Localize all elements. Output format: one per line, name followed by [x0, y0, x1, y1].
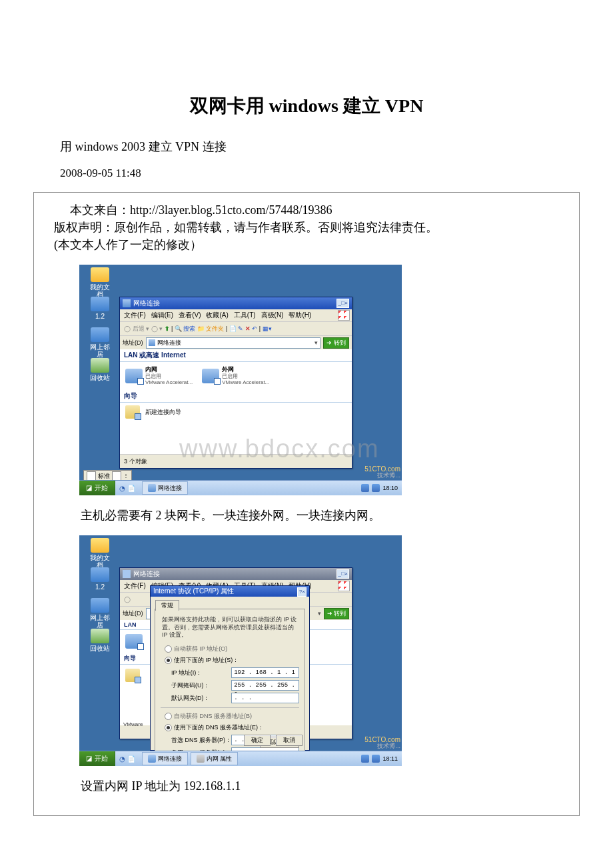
nic-icon: [125, 369, 143, 383]
tray-icon[interactable]: [372, 755, 380, 763]
new-connection-wizard[interactable]: 新建连接向导: [125, 405, 346, 419]
taskbar-item-network[interactable]: 网络连接: [142, 481, 188, 495]
properties-icon: [197, 755, 205, 763]
desktop-12-icon[interactable]: 1.2: [89, 297, 111, 320]
desktop-12-label: 1.2: [95, 313, 105, 320]
menu-favorites[interactable]: 收藏(A): [206, 309, 228, 321]
go-button[interactable]: ➜ 转到: [323, 337, 349, 349]
input-ip[interactable]: 192 . 168 . 1 . 1: [231, 667, 299, 678]
label-ip: IP 地址(I)：: [171, 669, 231, 677]
desktop-network-icon[interactable]: 网上邻居: [89, 598, 111, 629]
cancel-button[interactable]: 取消: [276, 735, 303, 746]
radio-auto-ip[interactable]: 自动获得 IP 地址(O): [165, 645, 295, 653]
menu-file[interactable]: 文件(F): [124, 309, 146, 321]
connection-internal[interactable]: 内网 已启用 VMware Accelerat...: [125, 366, 193, 386]
go-button[interactable]: ➜ 转到: [324, 608, 350, 619]
menu-file[interactable]: 文件(F): [124, 580, 146, 592]
tcpip-properties-dialog: Internet 协议 (TCP/IP) 属性 ? × 常规 如果网络支持此功能…: [150, 585, 310, 751]
forward-button[interactable]: ◯ ▾: [151, 325, 165, 332]
wizard-icon: [125, 669, 140, 682]
menu-view[interactable]: 查看(V): [179, 309, 201, 321]
radio-use-dns[interactable]: 使用下面的 DNS 服务器地址(E)：: [165, 723, 295, 732]
menu-tools[interactable]: 工具(T): [234, 309, 256, 321]
wizard-icon: [125, 405, 140, 419]
conn-external-device: VMware Accelerat...: [222, 379, 269, 386]
desktop-mydocs-icon[interactable]: 我的文档: [89, 538, 111, 569]
menu-edit[interactable]: 编辑(E): [151, 309, 173, 321]
tray-icon[interactable]: [361, 755, 369, 763]
address-label: 地址(D): [123, 336, 143, 349]
radio-auto-dns[interactable]: 自动获得 DNS 服务器地址(B): [165, 712, 295, 721]
taskbar-item-properties[interactable]: 内网 属性: [191, 752, 239, 765]
tray-icon[interactable]: [361, 484, 369, 492]
copyright-line: 版权声明：原创作品，如需转载，请与作者联系。否则将追究法律责任。: [54, 219, 559, 235]
desktop-mydocs-label: 我的文档: [90, 554, 110, 569]
clock[interactable]: 18:11: [382, 755, 398, 762]
connection-external[interactable]: 外网 已启用 VMware Accelerat...: [202, 366, 269, 386]
desktop-12-icon[interactable]: 1.2: [89, 567, 111, 591]
field-mask: 子网掩码(U)：255 . 255 . 255 . 0: [171, 680, 299, 691]
back-button[interactable]: ◯ 后退 ▾: [124, 325, 149, 332]
desktop-network-label: 网上邻居: [90, 614, 110, 629]
window-titlebar-inactive[interactable]: 网络连接 _ □ ×: [120, 568, 352, 580]
address-input[interactable]: 网络连接 ▾: [146, 337, 321, 349]
tray-icon[interactable]: [372, 484, 380, 492]
watermark-51cto-line2: 技术博...: [364, 473, 400, 479]
folders-button[interactable]: 📁 文件夹: [197, 325, 225, 332]
views-icon[interactable]: ▦▾: [263, 325, 272, 332]
network-icon: [149, 339, 155, 346]
windows-flag-icon: [338, 310, 350, 321]
taskbar-item-network[interactable]: 网络连接: [142, 752, 188, 765]
watermark-51cto: 51CTO.com 技术博...: [364, 736, 400, 750]
window-controls[interactable]: _ □ ×: [336, 299, 349, 308]
delete-icon[interactable]: ✕: [245, 325, 251, 332]
quicklaunch[interactable]: ◔ 📄: [115, 485, 139, 492]
source-prefix: 本文来自：: [70, 203, 130, 217]
ok-button[interactable]: 确定: [244, 735, 271, 746]
intro-line: 用 windows 2003 建立 VPN 连接: [60, 139, 580, 155]
desktop-mydocs-icon[interactable]: 我的文档: [89, 267, 111, 298]
search-button[interactable]: 🔍 搜索: [175, 325, 196, 332]
conn-external-name: 外网: [222, 366, 269, 373]
window-controls[interactable]: _ □ ×: [336, 569, 349, 579]
intro-windows2003: windows 2003: [75, 140, 149, 153]
watermark-bdocx: www.bdocx.com: [179, 435, 380, 463]
desktop-recyclebin-icon[interactable]: 回收站: [89, 629, 111, 652]
tool-icon[interactable]: ✎: [238, 325, 243, 332]
clock[interactable]: 18:10: [382, 485, 398, 491]
caption-two-nics: 主机必需要有 2 块网卡。一块连接外网。一块连接内网。: [81, 507, 559, 523]
toolbar: ◯ 后退 ▾ ◯ ▾ ⬆ | 🔍 搜索 📁 文件夹 | 📄 ✎ ✕ ↶ | ▦▾: [120, 322, 352, 336]
up-button[interactable]: ⬆: [165, 325, 170, 332]
ime-icon[interactable]: [112, 471, 121, 481]
conn-internal-device: VMware Accelerat...: [145, 379, 193, 386]
window-title: 网络连接: [133, 299, 160, 307]
undo-icon[interactable]: ↶: [252, 325, 257, 332]
caption-ip-prefix: 设置内网 IP 地址为: [81, 779, 184, 793]
input-gateway[interactable]: . . .: [231, 693, 299, 703]
dialog-tab-panel: 常规 如果网络支持此功能，则可以获取自动指派的 IP 设置。否则，您需要从网络系…: [155, 609, 305, 751]
start-button[interactable]: ◪开始: [79, 481, 115, 495]
title-windows: windows: [269, 95, 343, 116]
window-titlebar[interactable]: 网络连接 _ □ ×: [120, 297, 352, 309]
input-mask[interactable]: 255 . 255 . 255 . 0: [231, 680, 299, 691]
system-tray: 18:10: [357, 484, 402, 492]
dialog-titlebar[interactable]: Internet 协议 (TCP/IP) 属性 ? ×: [151, 586, 309, 597]
tab-general[interactable]: 常规: [155, 600, 179, 611]
back-button[interactable]: ◯: [124, 596, 131, 603]
ime-icon[interactable]: [87, 471, 96, 481]
desktop-network-icon[interactable]: 网上邻居: [89, 327, 111, 358]
network-icon: [148, 484, 156, 492]
dialog-controls[interactable]: ? ×: [297, 587, 306, 597]
field-gateway: 默认网关(D)： . . .: [171, 693, 299, 703]
network-icon: [148, 755, 156, 763]
tool-icon[interactable]: 📄: [229, 325, 237, 332]
start-button[interactable]: ◪开始: [79, 751, 115, 766]
desktop-recyclebin-icon[interactable]: 回收站: [89, 358, 111, 381]
quicklaunch[interactable]: ◔ 📄: [115, 755, 139, 763]
conn-external-state: 已启用: [222, 373, 269, 380]
menu-advanced[interactable]: 高级(N): [261, 309, 284, 321]
title-vpn: VPN: [385, 95, 424, 116]
intro-suffix: 建立 VPN 连接: [149, 140, 227, 153]
radio-use-ip[interactable]: 使用下面的 IP 地址(S)：: [165, 656, 295, 665]
menu-help[interactable]: 帮助(H): [289, 309, 311, 321]
